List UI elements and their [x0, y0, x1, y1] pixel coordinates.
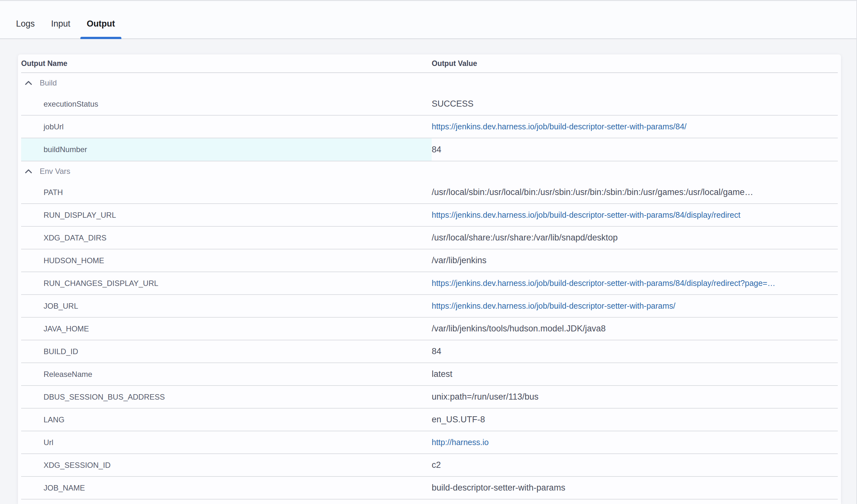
output-table-header: Output Name Output Value	[21, 54, 838, 73]
output-value-text: en_US.UTF-8	[432, 415, 485, 424]
output-value-cell: /var/lib/jenkins	[432, 249, 838, 271]
output-name-text: executionStatus	[44, 100, 98, 108]
output-value-cell: /usr/local/sbin:/usr/local/bin:/usr/sbin…	[432, 181, 838, 203]
table-row: RUN_CHANGES_DISPLAY_URL https://jenkins.…	[21, 272, 838, 295]
output-name-text: RUN_CHANGES_DISPLAY_URL	[44, 279, 158, 288]
table-row: BUILD_ID 84	[21, 340, 838, 363]
output-value-cell: http://harness.io	[432, 431, 838, 453]
output-name-cell: jobUrl	[21, 116, 432, 138]
table-row: HUDSON_HOME /var/lib/jenkins	[21, 249, 838, 272]
output-name-text: PATH	[44, 188, 63, 197]
output-value-cell: /usr/local/share:/usr/share:/var/lib/sna…	[432, 227, 838, 249]
output-value-cell: 84	[432, 340, 838, 363]
output-name-text: ReleaseName	[44, 370, 92, 379]
table-row: JOB_URL https://jenkins.dev.harness.io/j…	[21, 295, 838, 318]
table-row: JAVA_HOME /var/lib/jenkins/tools/hudson.…	[21, 318, 838, 340]
tab-label: Input	[51, 19, 70, 29]
output-name-cell: buildNumber	[21, 138, 432, 161]
table-row: jobUrl https://jenkins.dev.harness.io/jo…	[21, 116, 838, 138]
output-value-text: /usr/local/sbin:/usr/local/bin:/usr/sbin…	[432, 187, 753, 197]
output-table-body: Build executionStatus SUCCESS jobUrl htt…	[21, 73, 838, 500]
output-name-text: JOB_NAME	[44, 484, 85, 492]
output-group-label: Env Vars	[40, 167, 70, 176]
chevron-up-icon[interactable]	[25, 81, 32, 85]
tab-logs[interactable]: Logs	[16, 9, 35, 38]
output-value-text: latest	[432, 369, 453, 379]
table-row: executionStatus SUCCESS	[21, 93, 838, 116]
output-value-cell: https://jenkins.dev.harness.io/job/build…	[432, 116, 838, 138]
output-name-cell: ReleaseName	[21, 363, 432, 385]
output-value-link[interactable]: https://jenkins.dev.harness.io/job/build…	[432, 211, 740, 220]
table-row: JOB_NAME build-descriptor-setter-with-pa…	[21, 477, 838, 500]
column-header-output-value: Output Value	[432, 59, 838, 68]
table-row: PATH /usr/local/sbin:/usr/local/bin:/usr…	[21, 181, 838, 204]
chevron-up-icon[interactable]	[25, 169, 32, 173]
output-value-cell: build-descriptor-setter-with-params	[432, 477, 838, 499]
output-group-row[interactable]: Env Vars	[21, 162, 838, 181]
output-value-cell: en_US.UTF-8	[432, 408, 838, 431]
output-value-text: 84	[432, 145, 441, 155]
output-name-text: jobUrl	[44, 122, 64, 131]
output-name-cell: JOB_NAME	[21, 477, 432, 499]
output-value-link[interactable]: https://jenkins.dev.harness.io/job/build…	[432, 122, 687, 131]
output-name-text: DBUS_SESSION_BUS_ADDRESS	[44, 392, 165, 402]
output-value-text: /usr/local/share:/usr/share:/var/lib/sna…	[432, 233, 618, 243]
table-row: XDG_SESSION_ID c2	[21, 454, 838, 477]
output-name-cell: Url	[21, 431, 432, 453]
output-name-text: BUILD_ID	[44, 347, 78, 356]
output-name-cell: HUDSON_HOME	[21, 249, 432, 271]
output-name-text: JOB_URL	[44, 302, 78, 310]
output-value-link[interactable]: https://jenkins.dev.harness.io/job/build…	[432, 301, 675, 310]
output-value-cell: https://jenkins.dev.harness.io/job/build…	[432, 204, 838, 226]
output-name-text: Url	[44, 438, 53, 447]
output-name-cell: BUILD_ID	[21, 340, 432, 363]
output-name-text: HUDSON_HOME	[44, 256, 104, 265]
table-row: Url http://harness.io	[21, 431, 838, 454]
output-name-cell: RUN_CHANGES_DISPLAY_URL	[21, 272, 432, 294]
table-row: DBUS_SESSION_BUS_ADDRESS unix:path=/run/…	[21, 386, 838, 408]
output-name-text: XDG_SESSION_ID	[44, 461, 111, 470]
execution-details-pane: Logs Input Output Output Name Output Val…	[0, 0, 857, 504]
output-value-cell: https://jenkins.dev.harness.io/job/build…	[432, 272, 838, 294]
output-name-text: JAVA_HOME	[44, 324, 89, 333]
table-row: LANG en_US.UTF-8	[21, 408, 838, 431]
output-name-cell: JAVA_HOME	[21, 318, 432, 340]
table-row: XDG_DATA_DIRS /usr/local/share:/usr/shar…	[21, 227, 838, 249]
table-row: ReleaseName latest	[21, 363, 838, 386]
tab-label: Output	[87, 19, 115, 29]
tab-bar: Logs Input Output	[0, 0, 856, 39]
table-row[interactable]: buildNumber 84	[21, 138, 838, 162]
output-group-row[interactable]: Build	[21, 73, 838, 93]
output-value-cell: /var/lib/jenkins/tools/hudson.model.JDK/…	[432, 318, 838, 340]
tab-output[interactable]: Output	[87, 9, 115, 38]
output-name-cell: DBUS_SESSION_BUS_ADDRESS	[21, 386, 432, 408]
output-name-cell: LANG	[21, 408, 432, 431]
output-table-card: Output Name Output Value Build execution…	[18, 54, 841, 504]
output-name-text: LANG	[44, 415, 64, 424]
output-value-cell: SUCCESS	[432, 93, 838, 115]
output-name-cell: executionStatus	[21, 93, 432, 115]
output-name-cell: JOB_URL	[21, 295, 432, 317]
output-value-cell: c2	[432, 454, 838, 476]
output-table: Output Name Output Value Build execution…	[21, 54, 838, 500]
table-row: RUN_DISPLAY_URL https://jenkins.dev.harn…	[21, 204, 838, 227]
output-name-text: XDG_DATA_DIRS	[44, 233, 107, 242]
output-value-text: 84	[432, 347, 441, 356]
output-value-text: build-descriptor-setter-with-params	[432, 483, 565, 493]
output-value-text: /var/lib/jenkins	[432, 255, 486, 266]
output-value-text: unix:path=/run/user/113/bus	[432, 392, 538, 402]
output-name-cell: XDG_DATA_DIRS	[21, 227, 432, 249]
output-value-cell: 84	[432, 138, 838, 161]
tab-label: Logs	[16, 19, 35, 29]
output-name-cell: PATH	[21, 181, 432, 203]
tab-input[interactable]: Input	[51, 9, 70, 38]
output-group-label: Build	[40, 79, 57, 87]
output-value-link[interactable]: http://harness.io	[432, 438, 489, 447]
output-value-cell: latest	[432, 363, 838, 385]
output-value-link[interactable]: https://jenkins.dev.harness.io/job/build…	[432, 279, 775, 288]
output-name-text: buildNumber	[44, 145, 87, 154]
output-value-text: /var/lib/jenkins/tools/hudson.model.JDK/…	[432, 324, 606, 334]
column-header-output-name: Output Name	[21, 59, 432, 68]
output-value-text: SUCCESS	[432, 99, 474, 109]
output-value-cell: unix:path=/run/user/113/bus	[432, 386, 838, 408]
